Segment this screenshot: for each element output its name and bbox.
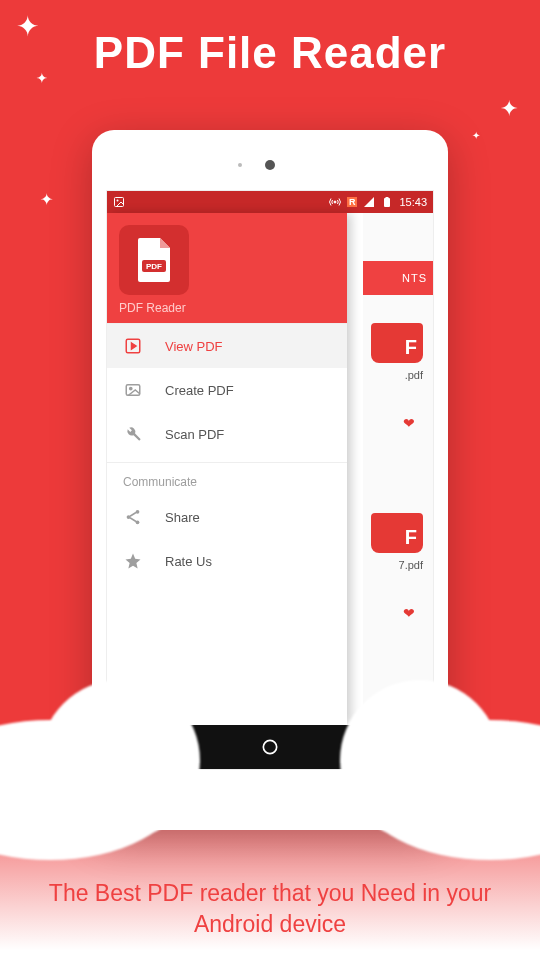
status-bar: R 15:43 xyxy=(107,191,433,213)
home-button[interactable] xyxy=(259,736,281,758)
menu-item-create-pdf[interactable]: Create PDF xyxy=(107,368,347,412)
svg-point-1 xyxy=(117,200,119,202)
file-badge: F xyxy=(371,513,423,553)
drawer-menu: View PDF Create PDF Scan PDF Communicate xyxy=(107,323,347,583)
device-camera xyxy=(265,160,275,170)
heart-icon: ❤ xyxy=(403,415,415,431)
menu-item-rate-us[interactable]: Rate Us xyxy=(107,539,347,583)
promo-tagline: The Best PDF reader that you Need in you… xyxy=(0,878,540,940)
tab-hint: NTS xyxy=(363,261,433,295)
promo-title: PDF File Reader xyxy=(0,0,540,78)
svg-point-13 xyxy=(263,740,276,753)
svg-rect-8 xyxy=(126,385,140,396)
device-screen: R 15:43 NTS F .pdf ❤ F 7.pdf ❤ xyxy=(106,190,434,770)
menu-item-label: Scan PDF xyxy=(165,427,224,442)
svg-text:PDF: PDF xyxy=(146,262,162,271)
image-icon xyxy=(123,380,143,400)
drawer-title: PDF Reader xyxy=(119,301,335,315)
menu-item-view-pdf[interactable]: View PDF xyxy=(107,324,347,368)
drawer-section-label: Communicate xyxy=(107,462,347,495)
file-name: 7.pdf xyxy=(371,559,423,571)
heart-icon: ❤ xyxy=(403,605,415,621)
svg-point-2 xyxy=(334,201,336,203)
cloud-decoration xyxy=(0,720,180,860)
svg-rect-3 xyxy=(384,198,390,207)
svg-rect-0 xyxy=(115,198,124,207)
menu-item-share[interactable]: Share xyxy=(107,495,347,539)
cloud-decoration xyxy=(360,720,540,860)
file-name: .pdf xyxy=(371,369,423,381)
hotspot-icon xyxy=(329,196,341,208)
navigation-drawer: PDF PDF Reader View PDF Create PDF xyxy=(107,213,347,725)
sparkle-decoration: ✦ xyxy=(500,96,518,122)
sparkle-decoration: ✦ xyxy=(472,130,480,141)
file-badge: F xyxy=(371,323,423,363)
status-time: 15:43 xyxy=(399,196,427,208)
menu-item-label: Rate Us xyxy=(165,554,212,569)
play-icon xyxy=(123,336,143,356)
menu-item-label: Share xyxy=(165,510,200,525)
app-icon: PDF xyxy=(119,225,189,295)
drawer-header: PDF PDF Reader xyxy=(107,213,347,323)
menu-item-label: Create PDF xyxy=(165,383,234,398)
roaming-badge: R xyxy=(347,197,358,207)
signal-icon xyxy=(363,196,375,208)
svg-rect-4 xyxy=(386,197,389,199)
svg-point-9 xyxy=(130,387,132,389)
menu-item-scan-pdf[interactable]: Scan PDF xyxy=(107,412,347,456)
share-icon xyxy=(123,507,143,527)
menu-item-label: View PDF xyxy=(165,339,223,354)
wrench-icon xyxy=(123,424,143,444)
screenshot-icon xyxy=(113,196,125,208)
star-icon xyxy=(123,551,143,571)
battery-icon xyxy=(381,196,393,208)
sparkle-decoration: ✦ xyxy=(40,190,53,209)
